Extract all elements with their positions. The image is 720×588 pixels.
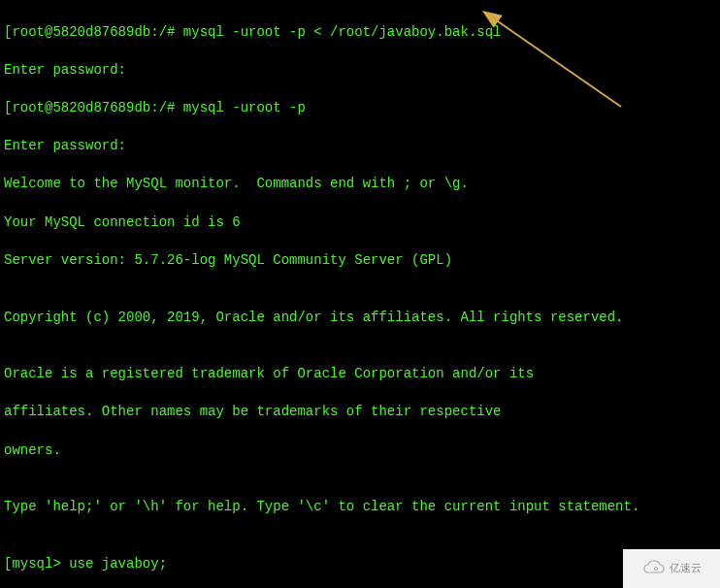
watermark-text: 亿速云 (670, 561, 702, 575)
trademark-text: owners. (4, 441, 716, 461)
svg-point-2 (654, 567, 657, 570)
mysql-command-line: [mysql> use javaboy; (4, 555, 716, 574)
terminal-output[interactable]: [root@5820d87689db:/# mysql -uroot -p < … (4, 4, 716, 588)
copyright-text: Copyright (c) 2000, 2019, Oracle and/or … (4, 309, 716, 328)
password-prompt: Enter password: (4, 137, 716, 156)
connection-info: Your MySQL connection id is 6 (4, 213, 716, 233)
trademark-text: affiliates. Other names may be trademark… (4, 403, 716, 422)
shell-command-line: [root@5820d87689db:/# mysql -uroot -p < … (4, 23, 716, 43)
password-prompt: Enter password: (4, 61, 716, 81)
trademark-text: Oracle is a registered trademark of Orac… (4, 365, 716, 384)
help-text: Type 'help;' or '\h' for help. Type '\c'… (4, 498, 716, 517)
shell-command-line: [root@5820d87689db:/# mysql -uroot -p (4, 99, 716, 118)
server-version: Server version: 5.7.26-log MySQL Communi… (4, 251, 716, 271)
watermark-badge: 亿速云 (623, 549, 720, 588)
welcome-text: Welcome to the MySQL monitor. Commands e… (4, 175, 716, 194)
cloud-icon (642, 559, 666, 578)
